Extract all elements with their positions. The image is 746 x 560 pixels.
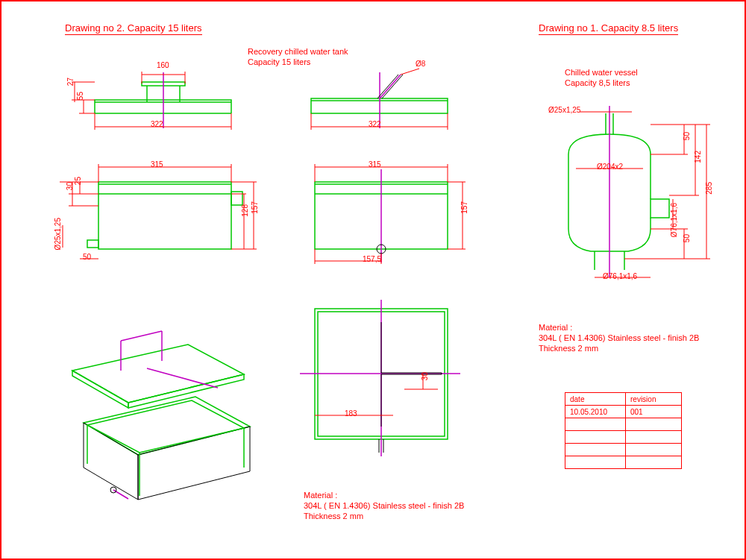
svg-line-22 [380,75,401,98]
table-row [565,431,682,444]
d1-mat1: Material : [539,322,699,333]
svg-marker-81 [138,427,250,500]
dim-160: 160 [157,61,169,69]
dim-322a: 322 [151,120,163,128]
dim-157b: 157 [460,201,468,214]
dim-d25x125b: Ø25x1,25 [548,106,580,114]
view-d2-3d [43,315,266,516]
d2-mat1: Material : [304,490,464,500]
dim-322b: 322 [369,120,381,128]
drawing1-desc1: Chilled water vessel [565,67,638,78]
dim-25: 25 [74,177,82,185]
svg-marker-73 [72,371,128,408]
dim-315a: 315 [151,160,163,169]
svg-rect-32 [87,240,98,248]
view-d2-top [61,61,255,143]
view-d2-front [54,151,263,270]
rev-h-date: date [565,393,626,406]
drawing2-desc1: Recovery chilled water tank [248,46,348,57]
view-d2-side [285,151,479,270]
dim-1575: 157,5 [363,255,381,263]
svg-line-85 [113,490,128,499]
dim-315b: 315 [369,160,381,169]
d2-mat2: 304L ( EN 1.4306) Stainless steel - fini… [304,500,464,511]
d2-mat3: Thickness 2 mm [304,511,464,521]
drawing1-title-text: Drawing no 1. Capacity 8.5 liters [539,22,678,35]
drawing2-title-text: Drawing no 2. Capacity 15 liters [65,22,202,35]
dim-204x2: Ø204x2 [597,163,623,171]
dim-30b: 30 [421,372,429,380]
dim-183: 183 [345,409,357,418]
svg-line-23 [377,75,398,98]
dim-27: 27 [66,78,75,86]
dim-d8: Ø8 [416,60,425,68]
table-row: 10.05.2010 001 [565,406,682,418]
view-d2-top2 [278,61,464,143]
svg-line-78 [147,368,218,388]
table-row [565,418,682,431]
d1-mat2: 304L ( EN 1.4306) Stainless steel - fini… [539,333,699,343]
dim-30a: 30 [66,182,74,190]
dim-142: 142 [694,151,702,163]
dim-128: 128 [241,204,249,217]
d1-material: Material : 304L ( EN 1.4306) Stainless s… [539,322,699,353]
dim-d1-50b: 50 [683,234,691,242]
table-row [565,456,682,469]
rev-rev: 001 [626,406,682,418]
view-d1-vessel [524,98,725,285]
d2-material: Material : 304L ( EN 1.4306) Stainless s… [304,490,464,521]
dim-761a: Ø76,1x1,6 [670,203,678,237]
view-d2-plan [292,300,471,456]
dim-25x125: Ø25x1,25 [54,218,62,250]
dim-50: 50 [83,253,91,261]
drawing-sheet: Drawing no 2. Capacity 15 liters Drawing… [0,0,746,560]
svg-line-77 [121,331,162,341]
rev-h-rev: revision [626,393,682,406]
drawing1-title: Drawing no 1. Capacity 8.5 liters [539,22,678,34]
dim-761b: Ø76,1x1,6 [603,272,637,280]
table-row: date revision [565,393,682,406]
drawing2-title: Drawing no 2. Capacity 15 liters [65,22,202,34]
dim-d1-50a: 50 [683,132,691,140]
drawing1-desc2: Capacity 8,5 liters [565,78,638,88]
table-row [565,444,682,456]
svg-rect-29 [98,182,231,249]
svg-line-24 [382,75,403,98]
dim-285: 285 [705,182,713,195]
drawing1-desc: Chilled water vessel Capacity 8,5 liters [565,67,638,88]
dim-55: 55 [76,92,84,100]
dim-157a: 157 [251,201,259,214]
svg-line-28 [401,69,419,75]
d1-mat3: Thickness 2 mm [539,343,699,353]
svg-rect-92 [651,199,669,218]
rev-date: 10.05.2010 [565,406,626,418]
revision-table: date revision 10.05.2010 001 [565,392,682,469]
svg-marker-72 [72,345,244,403]
